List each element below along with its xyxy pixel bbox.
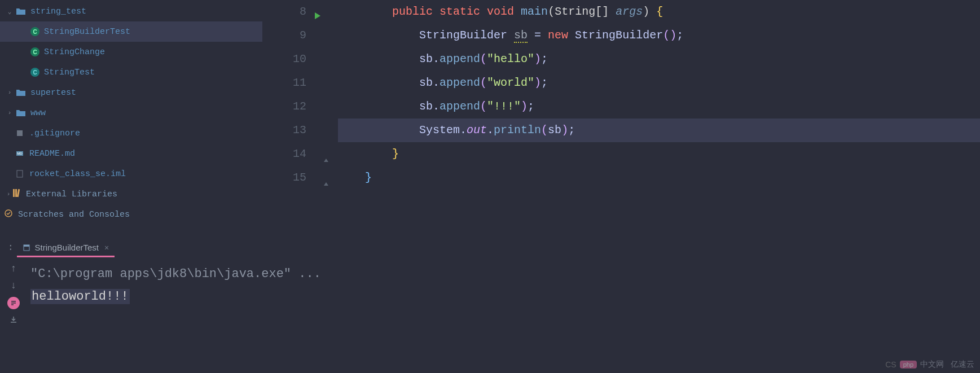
code-line[interactable]: sb.append("hello"); — [338, 47, 980, 71]
run-tab-label: StringBuilderTest — [35, 243, 99, 252]
tree-label: .gitignore — [29, 129, 80, 138]
fold-close-icon[interactable] — [322, 150, 330, 174]
export-icon[interactable] — [9, 315, 18, 327]
code-line[interactable]: sb.append("!!!"); — [338, 95, 980, 119]
watermark-text1: 中文网 — [920, 359, 944, 370]
console-toolbar: ↑ ↓ — [0, 257, 27, 373]
tree-label: StringChange — [44, 47, 105, 57]
code-editor[interactable]: 89101112131415 public static void main(S… — [262, 0, 980, 237]
tree-item--gitignore[interactable]: .gitignore — [0, 123, 262, 143]
tree-label: rocket_class_se.iml — [29, 169, 126, 179]
tree-item-string-test[interactable]: ⌄string_test — [0, 1, 262, 21]
tree-label: supertest — [30, 88, 76, 98]
run-tabs: : StringBuilderTest × — [0, 237, 980, 257]
line-number: 15 — [262, 166, 306, 190]
tree-item-stringtest[interactable]: CStringTest — [0, 62, 262, 82]
svg-rect-5 — [15, 189, 17, 197]
tree-item-www[interactable]: ›www — [0, 103, 262, 123]
folder-icon — [16, 7, 26, 15]
code-line[interactable]: public static void main(String[] args) { — [338, 0, 980, 24]
svg-text:MD: MD — [17, 152, 23, 155]
tree-item-stringchange[interactable]: CStringChange — [0, 42, 262, 62]
close-icon[interactable]: × — [104, 243, 109, 252]
chevron-right-icon: › — [5, 191, 12, 198]
folder-icon — [16, 109, 26, 117]
console-stdout: helloworld!!! — [30, 289, 130, 304]
external-libraries[interactable]: › External Libraries — [0, 184, 262, 204]
tree-item-supertest[interactable]: ›supertest — [0, 82, 262, 103]
class-run-icon: C — [30, 47, 39, 56]
svg-rect-9 — [24, 245, 29, 247]
code-line[interactable]: StringBuilder sb = new StringBuilder(); — [338, 24, 980, 47]
code-line[interactable]: } — [338, 142, 980, 166]
tree-item-readme-md[interactable]: MDREADME.md — [0, 143, 262, 164]
file-icon — [16, 129, 25, 137]
scratch-icon — [5, 209, 12, 220]
svg-rect-0 — [17, 130, 23, 136]
folder-icon — [16, 89, 26, 96]
tree-label: External Libraries — [26, 190, 117, 199]
line-number-gutter: 89101112131415 — [262, 0, 319, 237]
tree-label: StringTest — [44, 68, 95, 77]
file-icon: MD — [16, 150, 25, 157]
tree-label: www — [30, 108, 46, 118]
tree-item-stringbuildertest[interactable]: CStringBuilderTest — [0, 21, 262, 42]
run-panel: : StringBuilderTest × ↑ ↓ "C:\program ap… — [0, 237, 980, 373]
tree-label: StringBuilderTest — [44, 27, 130, 37]
svg-rect-6 — [17, 188, 20, 196]
code-line[interactable]: sb.append("world"); — [338, 71, 980, 95]
scroll-down-icon[interactable]: ↓ — [11, 280, 17, 291]
fold-strip — [319, 0, 338, 237]
line-number: 13 — [262, 119, 306, 142]
scratches-consoles[interactable]: Scratches and Consoles — [0, 204, 262, 225]
code-line[interactable]: System.out.println(sb); — [338, 119, 980, 142]
svg-rect-4 — [13, 189, 15, 197]
tree-label: string_test — [30, 7, 86, 16]
svg-rect-3 — [17, 170, 23, 177]
code-area[interactable]: public static void main(String[] args) {… — [338, 0, 980, 237]
line-number: 11 — [262, 71, 306, 95]
run-tab-lead: : — [8, 243, 17, 257]
tree-label: Scratches and Consoles — [18, 210, 130, 220]
console-cmd-line: "C:\program apps\jdk8\bin\java.exe" ... — [30, 263, 977, 286]
code-line[interactable]: } — [338, 166, 980, 190]
class-run-icon: C — [30, 27, 39, 36]
line-number: 9 — [262, 24, 306, 47]
fold-close-icon[interactable] — [322, 174, 330, 198]
line-number: 10 — [262, 47, 306, 71]
project-tree: ⌄string_testCStringBuilderTestCStringCha… — [0, 0, 262, 237]
watermark-badge: php — [900, 361, 917, 368]
console-output[interactable]: "C:\program apps\jdk8\bin\java.exe" ... … — [27, 257, 980, 373]
libraries-icon — [12, 188, 20, 200]
scroll-up-icon[interactable]: ↑ — [11, 263, 17, 274]
soft-wrap-icon[interactable] — [7, 297, 20, 309]
line-number: 12 — [262, 95, 306, 119]
class-icon: C — [30, 68, 39, 77]
chevron-icon: ⌄ — [6, 8, 14, 15]
run-config-icon — [23, 244, 30, 252]
line-number: 14 — [262, 142, 306, 166]
chevron-icon: › — [6, 109, 14, 116]
tree-label: README.md — [29, 149, 75, 159]
tree-item-rocket-class-se-iml[interactable]: rocket_class_se.iml — [0, 164, 262, 184]
watermark: CS php 中文网 亿速云 — [885, 359, 974, 370]
file-icon — [16, 170, 25, 178]
watermark-cs: CS — [885, 360, 896, 369]
run-tab[interactable]: StringBuilderTest × — [17, 239, 115, 257]
line-number: 8 — [262, 0, 306, 24]
chevron-icon: › — [6, 89, 14, 96]
watermark-text2: 亿速云 — [951, 359, 974, 370]
